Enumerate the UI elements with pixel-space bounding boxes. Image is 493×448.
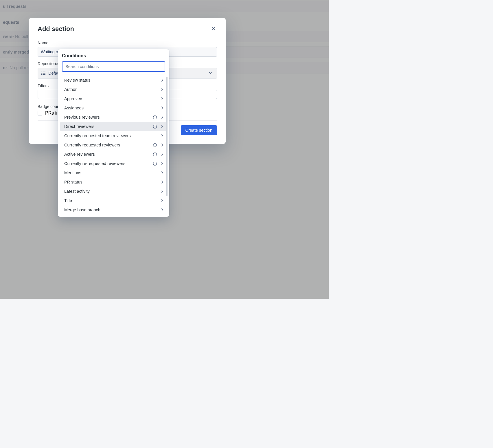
svg-rect-3 <box>43 73 45 74</box>
chevron-right-icon <box>160 208 164 212</box>
condition-item[interactable]: Active reviewers <box>58 150 169 159</box>
conditions-list: Review statusAuthorApproversAssigneesPre… <box>58 76 169 214</box>
condition-label: Currently re-requested reviewers <box>64 161 125 166</box>
modal-header: Add section <box>38 25 217 37</box>
condition-label: Author <box>64 87 77 92</box>
divider <box>62 74 165 74</box>
info-icon <box>153 115 157 120</box>
svg-point-14 <box>155 144 155 144</box>
condition-item[interactable]: Author <box>58 85 169 94</box>
condition-label: PR status <box>64 180 82 184</box>
info-icon <box>153 124 157 129</box>
conditions-search-input[interactable] <box>62 61 165 72</box>
create-section-button[interactable]: Create section <box>181 125 217 135</box>
condition-label: Review status <box>64 78 90 82</box>
chevron-right-icon <box>160 161 164 166</box>
close-icon <box>211 26 216 31</box>
condition-label: Title <box>64 198 72 203</box>
conditions-dropdown: Conditions Review statusAuthorApproversA… <box>58 49 169 217</box>
svg-rect-4 <box>41 74 42 75</box>
badge-checkbox[interactable] <box>38 111 42 115</box>
chevron-right-icon <box>160 124 164 128</box>
info-icon <box>153 152 157 157</box>
condition-item[interactable]: Previous reviewers <box>58 113 169 122</box>
condition-label: Previous reviewers <box>64 115 100 120</box>
chevron-right-icon <box>160 115 164 119</box>
svg-rect-5 <box>43 74 45 75</box>
chevron-right-icon <box>160 180 164 184</box>
condition-item[interactable]: Direct reviewers <box>60 122 167 131</box>
condition-label: Mentions <box>64 170 81 175</box>
condition-item[interactable]: Latest activity <box>58 187 169 196</box>
svg-rect-2 <box>41 73 42 74</box>
chevron-right-icon <box>160 97 164 101</box>
condition-label: Latest activity <box>64 189 90 194</box>
svg-point-20 <box>155 162 155 163</box>
svg-rect-0 <box>41 72 42 72</box>
chevron-right-icon <box>160 189 164 193</box>
condition-label: Direct reviewers <box>64 124 94 129</box>
svg-point-11 <box>155 125 155 126</box>
info-icon <box>153 143 157 147</box>
chevron-down-icon <box>209 71 213 76</box>
svg-point-8 <box>155 116 155 116</box>
close-button[interactable] <box>210 25 217 33</box>
condition-item[interactable]: Currently requested team reviewers <box>58 131 169 140</box>
scrollbar[interactable] <box>166 77 168 196</box>
svg-rect-1 <box>43 72 45 72</box>
condition-item[interactable]: Approvers <box>58 94 169 103</box>
condition-label: Assignees <box>64 106 84 110</box>
chevron-right-icon <box>160 171 164 175</box>
condition-label: Currently requested reviewers <box>64 143 120 147</box>
condition-item[interactable]: Currently requested reviewers <box>58 140 169 150</box>
condition-item[interactable]: Assignees <box>58 103 169 113</box>
condition-item[interactable]: Review status <box>58 76 169 85</box>
info-icon <box>153 161 157 166</box>
modal-title: Add section <box>38 25 74 33</box>
conditions-title: Conditions <box>58 53 169 61</box>
svg-point-17 <box>155 153 155 153</box>
chevron-right-icon <box>160 78 164 82</box>
condition-item[interactable]: Currently re-requested reviewers <box>58 159 169 168</box>
chevron-right-icon <box>160 152 164 156</box>
chevron-right-icon <box>160 143 164 147</box>
condition-label: Approvers <box>64 96 83 101</box>
condition-label: Currently requested team reviewers <box>64 133 131 138</box>
name-label: Name <box>38 41 217 45</box>
chevron-right-icon <box>160 199 164 203</box>
condition-label: Active reviewers <box>64 152 95 157</box>
condition-item[interactable]: Mentions <box>58 168 169 177</box>
chevron-right-icon <box>160 87 164 91</box>
condition-label: Merge base branch <box>64 208 100 212</box>
condition-item[interactable]: PR status <box>58 177 169 187</box>
list-icon <box>41 71 45 75</box>
chevron-right-icon <box>160 134 164 138</box>
condition-item[interactable]: Merge base branch <box>58 205 169 214</box>
chevron-right-icon <box>160 106 164 110</box>
condition-item[interactable]: Title <box>58 196 169 205</box>
